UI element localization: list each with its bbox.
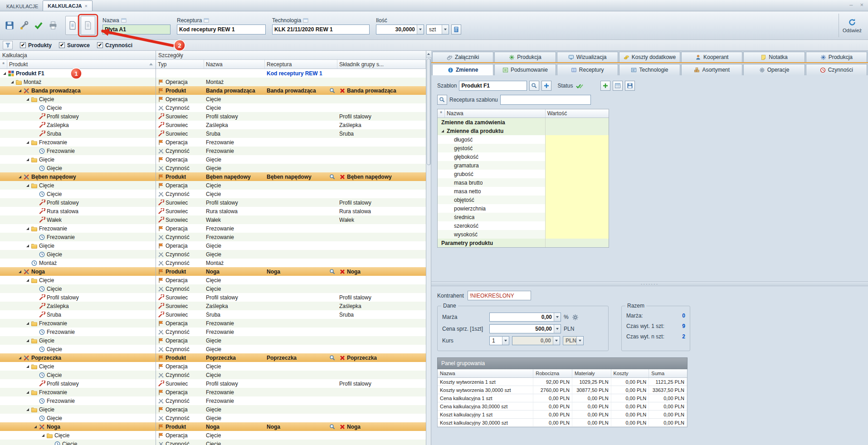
variable-row[interactable]: średnica [438, 213, 609, 221]
tab-podsumowanie[interactable]: Podsumowanie [494, 64, 556, 75]
tree-row[interactable]: Śruba [0, 129, 156, 138]
expander-icon[interactable] [17, 270, 23, 273]
tab-koszty-dodatkowe[interactable]: Koszty dodatkowe [619, 52, 680, 62]
tree-row[interactable]: Frezowanie [0, 396, 156, 405]
variable-value-cell[interactable] [545, 152, 609, 161]
detail-row[interactable]: OperacjaFrezowanie [156, 224, 426, 233]
variable-row[interactable]: powierzchnia [438, 204, 609, 213]
detail-row[interactable]: SurowiecWałekWałek [156, 215, 426, 224]
tab-operacje[interactable]: Operacje [743, 64, 805, 75]
detail-row[interactable]: OperacjaFrezowanie [156, 388, 426, 396]
variable-row[interactable]: masa netto [438, 187, 609, 196]
variable-row[interactable]: szerokość [438, 221, 609, 230]
expander-icon[interactable] [25, 339, 30, 342]
detail-row[interactable]: CzynnośćCięcie [156, 371, 426, 379]
chevron-down-icon[interactable] [554, 325, 561, 333]
tree-row[interactable]: Frezowanie [0, 233, 156, 241]
tab-kooperant[interactable]: Kooperant [681, 52, 742, 62]
variable-value-cell[interactable] [545, 187, 609, 196]
tree-row[interactable]: Profil stalowy [0, 112, 156, 121]
tab-czynności[interactable]: Czynności [806, 64, 867, 75]
chevron-down-icon[interactable] [417, 25, 424, 34]
tree-row[interactable]: Montaż [0, 259, 156, 267]
variable-value-cell[interactable] [545, 196, 609, 204]
detail-row[interactable]: OperacjaMontaż [156, 78, 426, 86]
expander-icon[interactable] [10, 81, 15, 83]
tree-row[interactable]: Cięcie [0, 371, 156, 379]
variable-row[interactable]: objętość [438, 196, 609, 204]
detail-row[interactable]: OperacjaGięcie [156, 405, 426, 414]
variable-row[interactable]: gramatura [438, 161, 609, 170]
detail-row[interactable]: OperacjaCięcie [156, 181, 426, 190]
recalculate-button[interactable] [451, 24, 461, 34]
tree-row[interactable]: Gięcie [0, 155, 156, 164]
tree-row[interactable]: Śruba [0, 310, 156, 319]
tree-row[interactable]: Zaślepka [0, 302, 156, 310]
detail-row[interactable]: CzynnośćFrezowanie [156, 396, 426, 405]
detail-row[interactable]: CzynnośćFrezowanie [156, 233, 426, 241]
variable-row[interactable]: długość [438, 135, 609, 144]
tree-row[interactable]: Bęben napędowy [0, 172, 156, 181]
detail-row[interactable]: OperacjaFrezowanie [156, 138, 426, 147]
variable-row[interactable]: wysokość [438, 230, 609, 239]
close-icon[interactable]: × [860, 1, 863, 8]
detail-row[interactable]: CzynnośćGięcie [156, 345, 426, 353]
detail-row[interactable]: SurowiecZaślepkaZaślepka [156, 121, 426, 129]
vertical-scrollbar[interactable] [426, 51, 431, 445]
szablon-input[interactable] [459, 81, 527, 91]
tab-produkcja[interactable]: Produkcja [806, 52, 867, 62]
expander-icon[interactable] [25, 158, 30, 161]
tab-wizualizacja[interactable]: Wizualizacja [557, 52, 618, 62]
tree-row[interactable]: Cięcie [0, 103, 156, 112]
tree-row[interactable]: Banda prowadząca [0, 86, 156, 95]
expander-icon[interactable] [40, 434, 46, 437]
tree-row[interactable]: Frezowanie [0, 328, 156, 336]
unit-select[interactable]: szt [426, 24, 449, 34]
receptura-input[interactable] [177, 24, 266, 34]
expander-icon[interactable] [25, 141, 30, 144]
document-tab-kalkulacje[interactable]: KALKULACJE [2, 1, 43, 11]
detail-row[interactable]: SurowiecProfil stalowyProfil stalowy [156, 379, 426, 388]
add-variable-button[interactable] [600, 81, 610, 91]
horizontal-splitter[interactable]: ······· [431, 281, 868, 286]
variable-value-cell[interactable] [545, 213, 609, 221]
detail-row[interactable]: CzynnośćCięcie [156, 440, 426, 445]
detail-row[interactable]: CzynnośćCięcie [156, 190, 426, 198]
cost-table-header[interactable]: NazwaRobociznaMateriałyKosztySuma [438, 369, 687, 378]
detail-row[interactable]: CzynnośćFrezowanie [156, 147, 426, 155]
kurs-select[interactable]: 1 [489, 336, 509, 345]
checkbox-icon[interactable]: ✔ [59, 42, 65, 48]
filter-surowce[interactable]: ✔Surowce [59, 42, 90, 49]
close-icon[interactable]: × [84, 3, 87, 9]
filter-button[interactable] [3, 41, 13, 49]
tree-row[interactable]: Cięcie [0, 440, 156, 445]
detail-row[interactable]: CzynnośćCięcie [156, 103, 426, 112]
tree-row[interactable]: Profil stalowy [0, 293, 156, 302]
variable-value-cell[interactable] [545, 144, 609, 152]
detail-row[interactable]: SurowiecProfil stalowyProfil stalowy [156, 112, 426, 121]
detail-row[interactable]: OperacjaCięcie [156, 276, 426, 284]
detail-row[interactable]: CzynnośćGięcie [156, 250, 426, 259]
detail-row[interactable]: SurowiecRura stalowaRura stalowa [156, 207, 426, 215]
detail-row[interactable]: SurowiecŚrubaŚruba [156, 129, 426, 138]
tree-row[interactable]: Noga [0, 267, 156, 276]
document-tab-kalkulacja[interactable]: KALKULACJA× [43, 0, 93, 11]
tree-row[interactable]: Gięcie [0, 405, 156, 414]
detail-row[interactable]: SurowiecŚrubaŚruba [156, 310, 426, 319]
variable-value-cell[interactable] [545, 230, 609, 239]
filter-produkty[interactable]: ✔Produkty [20, 42, 52, 49]
variable-row[interactable]: Zmienne dla zamówienia [438, 118, 609, 127]
expander-icon[interactable] [25, 279, 30, 282]
tree-row[interactable]: Profil stalowy [0, 198, 156, 207]
tab-asortyment[interactable]: Asortyment [681, 64, 742, 75]
tree-row[interactable]: Frezowanie [0, 224, 156, 233]
tree-row[interactable]: Cięcie [0, 181, 156, 190]
variables-grid-header[interactable]: * Nazwa Wartość [438, 109, 609, 118]
expander-icon[interactable] [2, 72, 7, 75]
tree-row[interactable]: Profil stalowy [0, 379, 156, 388]
scroll-up-icon[interactable] [426, 51, 431, 58]
detail-row[interactable]: OperacjaFrezowanie [156, 319, 426, 328]
szablon-search-button[interactable] [529, 81, 539, 91]
expander-icon[interactable] [25, 184, 30, 187]
variable-value-cell[interactable] [545, 161, 609, 170]
